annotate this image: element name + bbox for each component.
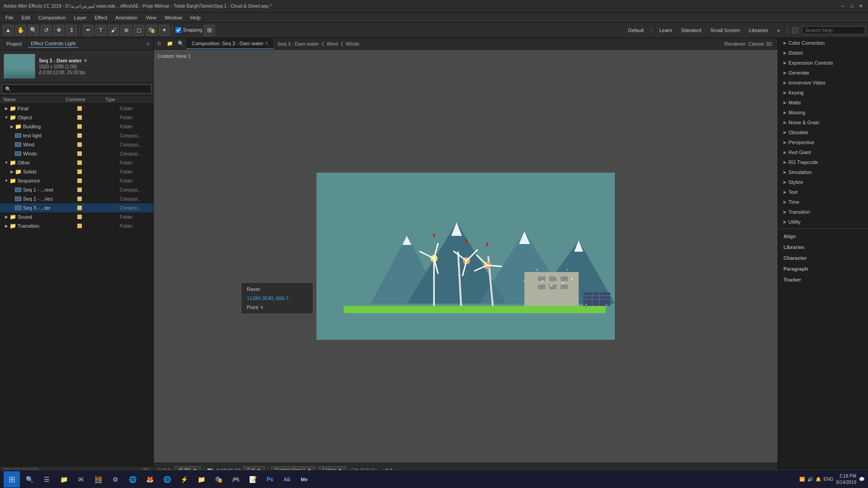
workspace-default[interactable]: Default	[625, 27, 646, 34]
list-item[interactable]: ▶ 📁 Sound Folder	[0, 212, 153, 221]
effect-controls-tab[interactable]: Effect Controls Light	[28, 40, 78, 48]
edge-btn[interactable]: ⚡	[176, 472, 192, 487]
project-search-input[interactable]	[2, 84, 151, 94]
photoshop-btn[interactable]: Ps	[262, 472, 278, 487]
workspace-standard[interactable]: Standard	[679, 27, 704, 34]
menu-window[interactable]: Window	[161, 14, 186, 21]
list-item[interactable]: ▶ 📁 Buidling Folder	[0, 122, 153, 131]
media-btn[interactable]: 🎭	[211, 472, 226, 487]
tab-seq3-dam-water[interactable]: Composition: Seq 3 - Dam water ≡	[186, 38, 274, 49]
menu-help[interactable]: Help	[187, 14, 204, 21]
camera-dolly-tool[interactable]: ⇕	[66, 25, 77, 36]
tracker-section-title[interactable]: Tracker	[778, 274, 868, 285]
list-item[interactable]: Seq 2 - ...ries Composi...	[0, 194, 153, 203]
align-tool[interactable]: ⊞	[204, 25, 215, 36]
aftereffects-btn[interactable]: AE	[279, 472, 295, 487]
breadcrumb-winds[interactable]: Winds	[346, 41, 360, 47]
action-center-icon[interactable]: 💬	[859, 477, 864, 482]
effect-matte[interactable]: ▶ Matte	[778, 98, 868, 108]
effect-time[interactable]: ▶ Time	[778, 197, 868, 207]
search-help-input[interactable]	[802, 26, 865, 34]
folder-btn[interactable]: 📁	[193, 472, 209, 487]
effect-transition[interactable]: ▶ Transition	[778, 207, 868, 217]
mail-btn[interactable]: ✉	[73, 472, 89, 487]
search-taskbar-btn[interactable]: 🔍	[22, 472, 37, 487]
align-section-title[interactable]: Align	[778, 231, 868, 242]
media-encoder-btn[interactable]: Me	[297, 472, 312, 487]
brush-tool[interactable]: 🖌	[108, 25, 119, 36]
effect-immersive-video[interactable]: ▶ Immersive Video	[778, 78, 868, 88]
effect-stylize[interactable]: ▶ Stylize	[778, 177, 868, 187]
minimize-button[interactable]: ─	[839, 3, 846, 10]
zoom-tool[interactable]: 🔍	[28, 25, 39, 36]
reset-option[interactable]: Reset	[241, 285, 313, 294]
snapping-checkbox[interactable]	[175, 27, 181, 33]
close-button[interactable]: ✕	[857, 3, 864, 10]
effect-obsolete[interactable]: ▶ Obsolete	[778, 127, 868, 137]
menu-edit[interactable]: Edit	[18, 14, 34, 21]
firefox-btn[interactable]: 🦊	[142, 472, 157, 487]
list-item[interactable]: ▼ 📁 Sequence Folder	[0, 176, 153, 185]
character-section-title[interactable]: Character	[778, 253, 868, 263]
menu-view[interactable]: View	[142, 14, 160, 21]
point-option[interactable]: Point ▼	[241, 303, 313, 312]
task-view-btn[interactable]: ☰	[39, 472, 54, 487]
camera-pan-tool[interactable]: ✥	[53, 25, 64, 36]
text-tool[interactable]: T	[95, 25, 106, 36]
volume-icon[interactable]: 🔊	[807, 477, 813, 482]
effect-rg-trapcode[interactable]: ▶ RG Trapcode	[778, 157, 868, 167]
effect-expression-controls[interactable]: ▶ Expression Controls	[778, 58, 868, 68]
maximize-button[interactable]: □	[848, 3, 855, 10]
notification-icon[interactable]: 🔔	[816, 477, 821, 482]
roto-tool[interactable]: 🎭	[146, 25, 157, 36]
effect-perspective[interactable]: ▶ Perspective	[778, 137, 868, 147]
comp-tab-menu[interactable]: ≡	[265, 41, 268, 46]
effect-text[interactable]: ▶ Text	[778, 187, 868, 197]
list-item[interactable]: Winds Composi...	[0, 149, 153, 158]
panel-menu-btn[interactable]: ≡	[147, 41, 150, 47]
breadcrumb-wind[interactable]: Wind	[327, 41, 338, 47]
list-item[interactable]: Wind Composi...	[0, 140, 153, 149]
libraries-section-title[interactable]: Libraries	[778, 242, 868, 253]
text-edit-btn[interactable]: 📝	[245, 472, 260, 487]
list-item[interactable]: ▶ 📁 Solids Folder	[0, 167, 153, 176]
workspace-learn[interactable]: Learn	[656, 27, 675, 34]
clone-tool[interactable]: ⊕	[121, 25, 132, 36]
menu-file[interactable]: File	[2, 14, 17, 21]
workspace-libraries[interactable]: Libraries	[746, 27, 771, 34]
breadcrumb-seq3[interactable]: Seq 3 - Dam water	[278, 41, 319, 47]
start-button[interactable]: ⊞	[4, 471, 20, 488]
eraser-tool[interactable]: ◻	[133, 25, 144, 36]
pen-tool[interactable]: ✒	[83, 25, 94, 36]
file-explorer-btn[interactable]: 📁	[56, 472, 71, 487]
puppet-tool[interactable]: ✦	[159, 25, 170, 36]
point-dropdown-arrow[interactable]: ▼	[259, 305, 264, 310]
comp-search-icon[interactable]: 🔍	[175, 38, 186, 49]
list-item[interactable]: ▼ 📁 Object Folder	[0, 113, 153, 122]
hand-tool[interactable]: ✋	[15, 25, 26, 36]
menu-layer[interactable]: Layer	[71, 14, 90, 21]
effect-generate[interactable]: ▶ Generate	[778, 68, 868, 78]
menu-animation[interactable]: Animation	[112, 14, 141, 21]
camera-orbit-tool[interactable]: ↺	[41, 25, 52, 36]
comp-folder-icon[interactable]: 📁	[165, 38, 175, 49]
effect-keying[interactable]: ▶ Keying	[778, 88, 868, 98]
game-btn[interactable]: 🎮	[228, 472, 243, 487]
effect-color-correction[interactable]: ▶ Color Correction	[778, 38, 868, 48]
effect-utility[interactable]: ▶ Utility	[778, 217, 868, 227]
settings-btn[interactable]: ⚙	[108, 472, 123, 487]
calculator-btn[interactable]: 🧮	[90, 472, 106, 487]
color-swatch[interactable]	[792, 27, 798, 33]
list-item[interactable]: ▶ 📁 Final Folder	[0, 104, 153, 113]
effect-noise-grain[interactable]: ▶ Noise & Grain	[778, 117, 868, 127]
chrome-btn[interactable]: 🌐	[159, 472, 175, 487]
list-item[interactable]: Seq 1 - ...reet Composi...	[0, 185, 153, 194]
effect-distort[interactable]: ▶ Distort	[778, 48, 868, 58]
workspace-smallscreen[interactable]: Small Screen	[708, 27, 742, 34]
list-item[interactable]: test light Composi...	[0, 131, 153, 140]
list-item[interactable]: ▶ 📁 Transition Folder	[0, 221, 153, 230]
ie-btn[interactable]: 🌐	[125, 472, 140, 487]
effect-missing[interactable]: ▶ Missing	[778, 108, 868, 117]
menu-composition[interactable]: Composition	[35, 14, 70, 21]
effect-simulation[interactable]: ▶ Simulation	[778, 167, 868, 177]
